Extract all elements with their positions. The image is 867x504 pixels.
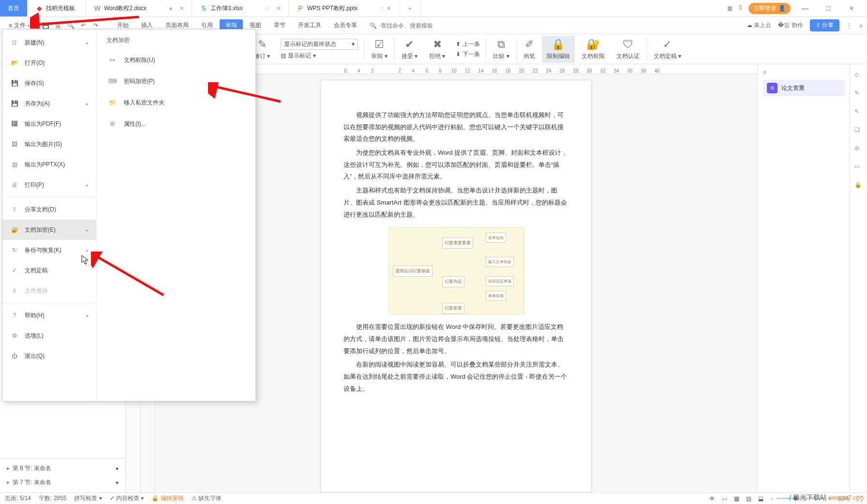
coop-button[interactable]: �징 协作 <box>778 21 803 30</box>
view-mode-icon[interactable]: 👁 <box>709 495 715 502</box>
more-menu-icon[interactable]: ⋮ <box>846 22 852 29</box>
accept-button[interactable]: ✔ 接受 ▾ <box>397 36 422 63</box>
file-menu-button[interactable]: ≡ 文件 ▾ <box>4 21 35 30</box>
finalize-icon: ✓ <box>10 266 19 275</box>
menu-export-image[interactable]: 🖼输出为图片(G) <box>2 134 96 154</box>
right-panel: ≡ ≡ 论文查重 <box>758 64 850 492</box>
section-item[interactable]: ▸第 6 节: 未命名▾ <box>5 461 120 475</box>
lock-icon[interactable]: 🔒 <box>854 181 863 190</box>
submenu-private-folder[interactable]: 📁移入私密文件夹 <box>104 92 249 113</box>
marks-icon: ▤ <box>281 52 286 59</box>
doc-permission-button[interactable]: 🔐 文档权限 <box>577 36 610 63</box>
tab-home[interactable]: 首页 <box>0 0 28 16</box>
tab-new[interactable]: ＋ <box>399 0 421 16</box>
target-icon[interactable]: ◎ <box>854 145 863 153</box>
cube-icon[interactable]: ❏ <box>854 126 863 135</box>
plagiarism-check-button[interactable]: ≡ 论文查重 <box>763 80 845 96</box>
show-marks-button[interactable]: ▤显示标记 ▾ <box>281 52 316 60</box>
menu-save[interactable]: 💾保存(S) <box>2 73 96 93</box>
paragraph: 使用在需要位置出现的新按钮在 Word 中保存时间。若要更改图片适应文档的方式，… <box>344 321 569 357</box>
password-icon: ⌨ <box>107 76 117 86</box>
menu-finalize[interactable]: ✓文档定稿 <box>2 260 96 281</box>
tab-close-icon[interactable]: × <box>277 4 281 12</box>
reading-mode-icon[interactable]: ⬓ <box>758 495 763 502</box>
pen-button[interactable]: ✐ 画笔 <box>519 36 540 63</box>
document-page[interactable]: 视频提供了功能强大的方法帮助您证明您的观点。当您单击联机视频时，可以在想要添加的… <box>321 80 592 492</box>
tab-member[interactable]: 会员专享 <box>328 19 363 31</box>
section-item[interactable]: ▸第 7 节: 未命名▾ <box>5 475 120 489</box>
menu-open[interactable]: 📂打开(O) <box>2 53 96 73</box>
tab-close-icon[interactable]: × <box>180 4 184 12</box>
tab-devtools[interactable]: 开发工具 <box>292 19 327 31</box>
menu-print[interactable]: 🖨打印(P)▸ <box>2 175 96 195</box>
view-mode-icon[interactable]: ▦ <box>734 495 739 502</box>
cloud-status[interactable]: ☁ 未上云 <box>747 21 771 30</box>
excel-icon: S <box>200 4 208 12</box>
tab-label: WPS PPT教程.pptx <box>307 4 358 13</box>
select-icon[interactable]: ↖ <box>854 108 863 117</box>
doc-cert-button[interactable]: 🛡 文档认证 <box>612 36 644 63</box>
maximize-button[interactable]: □ <box>820 4 837 12</box>
properties-icon: ⚙ <box>107 119 117 129</box>
word-count[interactable]: 字数: 2855 <box>39 494 66 503</box>
view-mode-icon[interactable]: ▭ <box>722 495 727 502</box>
book-icon[interactable]: ▭ <box>854 163 863 172</box>
window-controls: ▦ ⠿ 立即登录👤 — □ × <box>720 0 867 16</box>
menu-slim: ⇩文件瘦身 <box>2 281 96 301</box>
submenu-password[interactable]: ⌨密码加密(P) <box>104 71 249 92</box>
share-button[interactable]: ⇪ 分享 <box>810 19 839 31</box>
tab-close-icon[interactable]: ● <box>169 4 173 12</box>
compare-button[interactable]: ⧉ 比较 ▾ <box>488 36 514 63</box>
compare-icon: ⧉ <box>497 38 505 51</box>
save-icon: 💾 <box>10 79 19 88</box>
menu-share[interactable]: ⇪分享文档(D) <box>2 199 96 220</box>
menu-encrypt[interactable]: 🔐文档加密(E)▸ <box>2 220 96 240</box>
login-button[interactable]: 立即登录👤 <box>748 3 791 14</box>
review-button[interactable]: ☑ 审阅 ▾ <box>366 36 392 63</box>
content-check-status[interactable]: ✓ 内容检查 ▾ <box>110 494 144 503</box>
tab-label: 找稻壳模板 <box>46 4 75 13</box>
tab-xlsx[interactable]: S 工作簿3.xlsx ○ × <box>192 0 289 16</box>
grid-icon[interactable]: ▦ <box>727 5 732 12</box>
collapse-ribbon-icon[interactable]: ∧ <box>859 22 863 29</box>
permission-icon: 🗝 <box>107 55 117 65</box>
view-mode-icon[interactable]: ▤ <box>746 495 751 502</box>
edit-lock-status[interactable]: 🔒 编辑受限 <box>151 494 183 503</box>
menu-help[interactable]: ?帮助(H)▸ <box>2 305 96 326</box>
encrypt-icon: 🔐 <box>10 225 19 234</box>
menu-export-pdf[interactable]: 🅿输出为PDF(F) <box>2 114 96 134</box>
missing-font-status[interactable]: ⚠ 缺失字体 <box>192 494 222 503</box>
menu-exit[interactable]: ⏻退出(Q) <box>2 346 96 366</box>
menu-backup[interactable]: ↻备份与恢复(K)▸ <box>2 240 96 260</box>
tab-daoke[interactable]: ◆ 找稻壳模板 <box>28 0 86 16</box>
search-input[interactable] <box>381 22 439 29</box>
pencil-icon[interactable]: ✎ <box>854 89 863 98</box>
menu-options[interactable]: ⚙选项(L) <box>2 326 96 346</box>
submenu-properties[interactable]: ⚙属性(I)... <box>104 113 249 134</box>
command-search[interactable]: 🔍 <box>370 22 439 29</box>
menu-export-pptx[interactable]: ▧输出为PPTX(X) <box>2 154 96 175</box>
spellcheck-status[interactable]: 拼写检查 ▾ <box>74 494 102 503</box>
track-display-select[interactable]: 显示标记的最终状态▾ <box>281 39 358 50</box>
tab-close-icon[interactable]: × <box>387 4 391 12</box>
apps-icon[interactable]: ⠿ <box>738 5 743 12</box>
word-icon: W <box>93 4 101 12</box>
restrict-edit-button[interactable]: 🔒 限制编辑 <box>542 36 575 63</box>
reject-button[interactable]: ✖ 拒绝 ▾ <box>424 36 450 63</box>
tab-word-doc[interactable]: W Word教程2.docx ● × <box>86 0 192 16</box>
submenu-permission[interactable]: 🗝文档权限(U) <box>104 49 249 71</box>
image-icon: 🖼 <box>10 140 19 148</box>
tab-ppt[interactable]: P WPS PPT教程.pptx ○ × <box>289 0 399 16</box>
tab-section[interactable]: 章节 <box>268 19 291 31</box>
menu-new[interactable]: 🗋新建(N)▸ <box>2 32 96 53</box>
file-menu-primary: 🗋新建(N)▸ 📂打开(O) 💾保存(S) 💾另存为(A)▸ 🅿输出为PDF(F… <box>2 30 97 401</box>
doc-finalize-button[interactable]: ✓ 文档定稿 ▾ <box>649 36 686 63</box>
menu-save-as[interactable]: 💾另存为(A)▸ <box>2 93 96 114</box>
collapse-panel-icon[interactable]: ≡ <box>763 69 845 76</box>
minimize-button[interactable]: — <box>796 4 814 12</box>
page-indicator[interactable]: 页面: 5/14 <box>5 494 31 503</box>
diamond-icon[interactable]: ◇ <box>854 71 863 80</box>
close-button[interactable]: × <box>843 4 860 12</box>
change-nav[interactable]: ⬆上一条 ⬇下一条 <box>452 36 484 63</box>
slim-icon: ⇩ <box>10 286 19 295</box>
